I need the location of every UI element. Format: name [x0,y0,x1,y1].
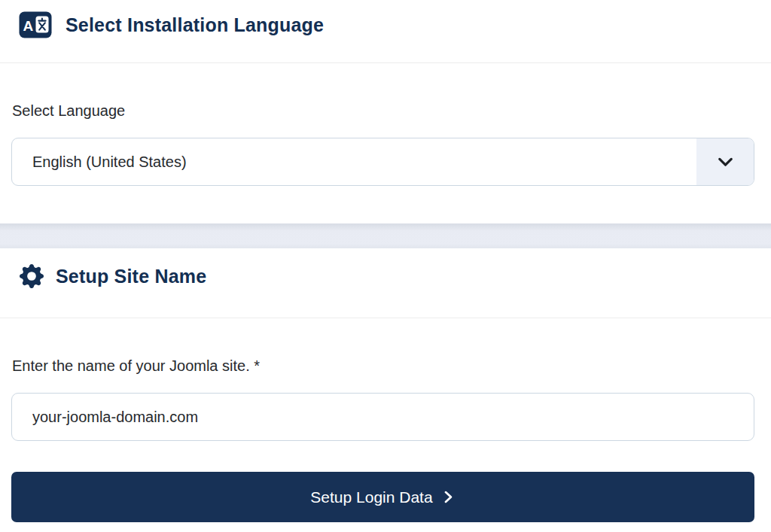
translate-icon: A [19,11,52,38]
svg-text:A: A [23,18,34,34]
site-name-label: Enter the name of your Joomla site. * [12,357,260,375]
site-section-title: Setup Site Name [56,266,206,287]
header-divider-1 [0,62,771,63]
setup-login-data-button[interactable]: Setup Login Data [11,472,754,522]
section-separator [0,223,771,248]
chevron-right-icon [441,488,456,506]
language-select-value: English (United States) [12,154,187,171]
select-language-label: Select Language [12,102,125,120]
site-section-header: Setup Site Name [20,264,206,288]
gear-icon [20,264,44,288]
installer-page: A Select Installation Language Select La… [0,0,771,532]
chevron-down-icon [715,152,736,172]
select-caret-area [696,138,754,185]
language-section-title: Select Installation Language [66,14,324,36]
language-select[interactable]: English (United States) [11,138,754,186]
language-section-header: A Select Installation Language [19,11,324,38]
header-divider-2 [0,318,771,318]
site-name-input[interactable] [11,393,754,441]
setup-login-data-button-label: Setup Login Data [310,488,432,506]
